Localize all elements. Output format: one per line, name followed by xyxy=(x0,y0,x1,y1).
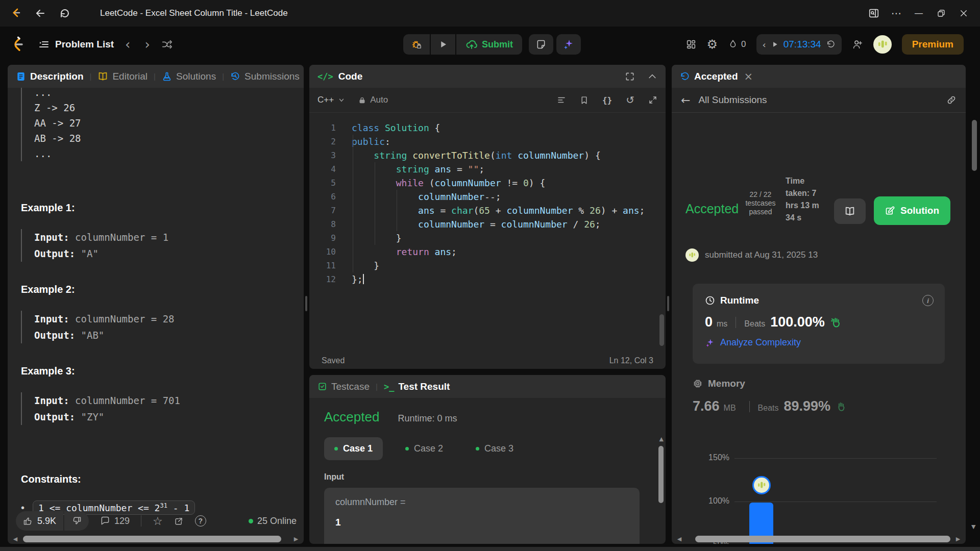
timer-play-icon[interactable] xyxy=(771,41,778,48)
line-number: 3 xyxy=(309,148,336,162)
premium-button[interactable]: Premium xyxy=(902,34,964,55)
memory-beats: 89.99% xyxy=(783,398,830,414)
window-vscroll-thumb[interactable] xyxy=(972,120,977,171)
info-icon[interactable]: i xyxy=(922,295,934,306)
tab-test-result[interactable]: >_ Test Result xyxy=(384,381,450,392)
code-line[interactable]: 9 } xyxy=(309,231,666,245)
timer-collapse-icon[interactable]: ‹ xyxy=(763,39,766,50)
expand-editor-icon[interactable] xyxy=(648,95,657,105)
scroll-left-icon[interactable]: ◀ xyxy=(675,536,684,542)
tab-testcase[interactable]: Testcase xyxy=(317,381,370,392)
language-selector[interactable]: C++ xyxy=(317,95,345,105)
favorite-star-icon[interactable]: ☆ xyxy=(153,515,163,528)
next-problem-icon[interactable]: › xyxy=(141,38,153,51)
submit-button[interactable]: Submit xyxy=(456,34,522,55)
settings-gear-icon[interactable]: ⚙ xyxy=(707,37,718,52)
browser-menu-icon[interactable]: ⋯ xyxy=(885,3,908,23)
timer-widget[interactable]: ‹ 07:13:34 xyxy=(756,34,842,55)
notes-button[interactable] xyxy=(529,34,553,55)
window-scroll-down-icon[interactable]: ▼ xyxy=(971,523,975,530)
leetcode-logo[interactable] xyxy=(9,35,24,54)
prev-problem-icon[interactable]: ‹ xyxy=(122,38,133,51)
ai-assistant-button[interactable] xyxy=(556,34,581,55)
search-sidebar-icon[interactable] xyxy=(863,3,885,23)
code-line[interactable]: 10 return ans; xyxy=(309,245,666,259)
auto-mode-toggle[interactable]: Auto xyxy=(358,95,388,105)
description-content[interactable]: ... Z -> 26 AA -> 27 AB -> 28 ... Exampl… xyxy=(8,88,304,544)
all-submissions-label[interactable]: All Submissions xyxy=(698,94,767,106)
case-1-tab[interactable]: Case 1 xyxy=(324,437,383,460)
time-taken: Time taken: 7 hrs 13 m 34 s xyxy=(786,175,819,224)
code-panel: </> Code C++ Auto {} ↺ 1class Solution {… xyxy=(309,65,666,369)
copy-link-icon[interactable] xyxy=(946,95,957,105)
timer-reset-icon[interactable] xyxy=(826,40,836,49)
comments-button[interactable]: 129 xyxy=(100,516,130,527)
restore-icon[interactable] xyxy=(930,3,952,23)
add-user-icon[interactable] xyxy=(852,39,863,50)
tab-description[interactable]: Description xyxy=(16,71,84,82)
memory-section[interactable]: Memory 7.66 MB Beats 89.99% xyxy=(693,378,847,414)
browser-reload-button[interactable] xyxy=(56,5,74,22)
case-2-tab[interactable]: Case 2 xyxy=(395,437,453,460)
reset-code-icon[interactable]: ↺ xyxy=(626,94,634,106)
minimize-icon[interactable]: — xyxy=(908,3,930,23)
input-value-box[interactable]: columnNumber = 1 xyxy=(324,488,640,544)
editor-vscroll-thumb[interactable] xyxy=(659,314,664,346)
scroll-right-icon[interactable]: ▶ xyxy=(291,536,301,542)
code-line[interactable]: 2public: xyxy=(309,135,666,148)
analyze-complexity-link[interactable]: Analyze Complexity xyxy=(705,337,933,348)
submission-hscrollbar[interactable]: ◀ ▶ xyxy=(674,535,964,543)
panel-resize-handle[interactable] xyxy=(667,296,669,311)
back-icon[interactable]: ← xyxy=(681,94,690,107)
code-line[interactable]: 5 while (columnNumber != 0) { xyxy=(309,176,666,190)
hscroll-thumb[interactable] xyxy=(695,536,950,542)
scroll-left-icon[interactable]: ◀ xyxy=(11,536,20,542)
random-problem-icon[interactable] xyxy=(161,39,173,50)
run-button[interactable] xyxy=(431,34,455,55)
close-icon[interactable] xyxy=(952,3,975,23)
tab-accepted[interactable]: Accepted xyxy=(680,71,738,82)
fullscreen-icon[interactable] xyxy=(625,71,635,82)
code-line[interactable]: 11 } xyxy=(309,259,666,272)
post-solution-button[interactable]: Solution xyxy=(874,196,950,225)
case-3-tab[interactable]: Case 3 xyxy=(465,437,524,460)
bookmark-icon[interactable] xyxy=(580,96,589,105)
hscroll-thumb[interactable] xyxy=(23,536,281,542)
browser-back-button[interactable] xyxy=(32,5,49,22)
collapse-panel-icon[interactable] xyxy=(647,71,657,82)
text-cursor xyxy=(363,274,364,284)
scroll-right-icon[interactable]: ▶ xyxy=(953,536,963,542)
testcase-vscroll-thumb[interactable] xyxy=(658,446,664,503)
description-hscrollbar[interactable]: ◀ ▶ xyxy=(10,535,302,543)
scroll-up-icon[interactable]: ▲ xyxy=(659,436,664,442)
like-button[interactable]: 5.9K xyxy=(16,511,63,531)
code-line[interactable]: 3 string convertToTitle(int columnNumber… xyxy=(309,148,666,162)
code-line[interactable]: 6 columnNumber--; xyxy=(309,190,666,204)
case-dot xyxy=(334,447,338,450)
tab-solutions[interactable]: Solutions xyxy=(162,71,216,82)
code-line[interactable]: 4 string ans = ""; xyxy=(309,162,666,176)
code-line[interactable]: 12}; xyxy=(309,272,666,286)
code-editor[interactable]: 1class Solution {2public:3 string conver… xyxy=(309,113,666,352)
close-tab-icon[interactable]: × xyxy=(744,70,753,83)
snippets-icon[interactable]: {} xyxy=(602,95,612,105)
problem-list-button[interactable]: Problem List xyxy=(38,38,114,51)
code-line[interactable]: 8 columnNumber = columnNumber / 26; xyxy=(309,217,666,231)
editorial-book-button[interactable] xyxy=(834,198,866,224)
runtime-card[interactable]: Runtime i 0 ms Beats 100.00% Analyze Com… xyxy=(693,284,945,364)
code-line[interactable]: 7 ans = char(65 + columnNumber % 26) + a… xyxy=(309,204,666,217)
runtime-distribution-chart[interactable]: 150% 100% 50% 0% xyxy=(685,444,952,544)
submission-detail: Accepted 22 / 22 testcases passed Time t… xyxy=(672,113,966,544)
debugger-button[interactable] xyxy=(403,34,430,55)
help-icon[interactable]: ? xyxy=(195,515,206,527)
layout-icon[interactable] xyxy=(685,39,697,50)
tab-editorial[interactable]: Editorial xyxy=(97,71,148,82)
panel-resize-handle[interactable] xyxy=(305,296,307,311)
tab-submissions[interactable]: Submissions xyxy=(230,71,300,82)
share-icon[interactable] xyxy=(174,516,184,526)
format-code-icon[interactable] xyxy=(557,95,566,105)
user-avatar[interactable] xyxy=(873,35,892,54)
streak-counter[interactable]: 0 xyxy=(728,39,746,50)
dislike-button[interactable] xyxy=(64,511,89,531)
code-line[interactable]: 1class Solution { xyxy=(309,121,666,135)
